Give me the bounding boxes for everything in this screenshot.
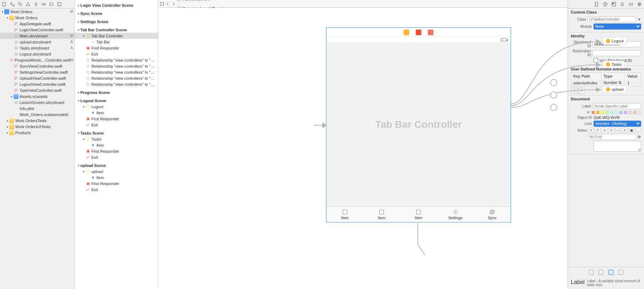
nav-root[interactable]: ▾Work OrdersM bbox=[0, 9, 74, 15]
nav-item[interactable]: ▸Products bbox=[0, 130, 74, 136]
nav-item[interactable]: 🕊TaskViewController.swift bbox=[0, 87, 74, 93]
nav-item[interactable]: 🕊AppDelegate.swift bbox=[0, 21, 74, 27]
source-control-icon[interactable] bbox=[10, 2, 15, 7]
related-items-icon[interactable] bbox=[160, 1, 165, 6]
nav-item[interactable]: ▸Work OrdersTests bbox=[0, 117, 74, 124]
outline-item[interactable]: ◌Relationship "view controllers" to "… bbox=[75, 63, 158, 69]
outline-item[interactable]: ▾Tasks Scene bbox=[75, 130, 158, 136]
outline-item[interactable]: ▣First Responder bbox=[75, 180, 158, 186]
nav-item[interactable]: 🕊ProgressWindo…Controller.swiftA bbox=[0, 57, 74, 63]
object-lib-icon[interactable] bbox=[608, 270, 613, 275]
outline-item[interactable]: ★Item bbox=[75, 174, 158, 180]
view-controller-icon[interactable] bbox=[404, 30, 409, 35]
font-picker-icon[interactable]: ⊕ bbox=[638, 135, 641, 140]
report-icon[interactable] bbox=[57, 2, 62, 7]
nav-item[interactable]: 🕊LogoutViewController.swift bbox=[0, 81, 74, 87]
notes-textarea[interactable] bbox=[594, 141, 641, 152]
tab-bar-item[interactable]: Settings bbox=[437, 207, 474, 222]
outline-item[interactable]: ◌Relationship "view controllers" to "… bbox=[75, 69, 158, 75]
align-justify-icon[interactable]: ≡ bbox=[608, 128, 614, 133]
stepper-icon[interactable]: ⇅ bbox=[618, 80, 622, 85]
connections-inspector-icon[interactable] bbox=[637, 2, 642, 7]
color-swatch[interactable] bbox=[610, 111, 613, 114]
tab-bar-item[interactable]: Item bbox=[400, 207, 437, 222]
warning-icon[interactable] bbox=[26, 2, 31, 7]
outline-item[interactable]: ◌Relationship "view controllers" to "… bbox=[75, 57, 158, 63]
outline-item[interactable]: ⮐Exit bbox=[75, 51, 158, 57]
code-snippet-lib-icon[interactable] bbox=[598, 270, 603, 275]
outline-item[interactable]: ▣First Responder bbox=[75, 116, 158, 122]
outline-item[interactable]: ▾Logout Scene bbox=[75, 98, 158, 104]
tab-bar-item[interactable]: Sync bbox=[474, 207, 511, 222]
nav-item[interactable]: ▤Logout.storyboard bbox=[0, 51, 74, 57]
outline-item[interactable]: ⮐Exit bbox=[75, 154, 158, 160]
exit-icon[interactable] bbox=[428, 30, 433, 35]
jump-bar[interactable]: Work Orders〉Work Orders〉Main.storyboard〉… bbox=[158, 0, 568, 8]
nav-item[interactable]: 🕊LoginViewController.swift bbox=[0, 27, 74, 33]
outline-item[interactable]: ▸Sync Scene bbox=[75, 10, 158, 16]
color-swatch[interactable] bbox=[605, 111, 609, 114]
nav-item[interactable]: ▤LaunchScreen.storyboard bbox=[0, 99, 74, 105]
nav-item[interactable]: 🕊SettingsViewController.swift bbox=[0, 69, 74, 75]
forward-icon[interactable] bbox=[171, 1, 176, 6]
color-swatch[interactable] bbox=[614, 111, 618, 114]
outline-item[interactable]: ★Item bbox=[75, 142, 158, 148]
search-icon[interactable] bbox=[18, 2, 23, 7]
outline-item[interactable]: ▸Settings Scene bbox=[75, 19, 158, 25]
outline-item[interactable]: ◌Relationship "view controllers" to "… bbox=[75, 81, 158, 87]
size-inspector-icon[interactable] bbox=[628, 2, 633, 7]
library-item-label[interactable]: Label Label - A variably sized amount of… bbox=[568, 277, 644, 289]
attributes-inspector-icon[interactable] bbox=[620, 2, 625, 7]
outline-item[interactable]: ▸Progress Scene bbox=[75, 89, 158, 95]
color-swatch[interactable] bbox=[624, 111, 627, 114]
outline-item[interactable]: ▾upload Scene bbox=[75, 162, 158, 168]
outline-item[interactable]: ▸Login View Controller Scene bbox=[75, 2, 158, 8]
tab-bar-item[interactable]: Item bbox=[363, 207, 400, 222]
module-select[interactable]: None bbox=[594, 23, 641, 30]
nav-item[interactable]: 🕊UploadViewController.swift bbox=[0, 75, 74, 81]
nav-item[interactable]: Work_Orders.xcdatamodeld bbox=[0, 111, 74, 117]
storyboard-canvas[interactable]: Tab Bar Controller ItemItemItemSettingsS… bbox=[158, 8, 568, 289]
identity-inspector-icon[interactable] bbox=[611, 2, 616, 7]
outline-item[interactable]: ▾◯upload bbox=[75, 168, 158, 174]
outline-item[interactable]: ▣First Responder bbox=[75, 45, 158, 51]
link-icon[interactable]: ↗ bbox=[622, 128, 628, 133]
hr-icon[interactable]: — bbox=[615, 128, 621, 133]
test-icon[interactable] bbox=[33, 2, 38, 7]
color-swatch[interactable] bbox=[633, 111, 637, 114]
nav-item[interactable]: ▸Assets.xcassets bbox=[0, 93, 74, 99]
outline-item[interactable]: ▾◯Logout bbox=[75, 104, 158, 110]
debug-icon[interactable] bbox=[41, 2, 46, 7]
segue-target-upload[interactable]: upload bbox=[603, 85, 627, 93]
outline-item[interactable]: ⮐Exit bbox=[75, 186, 158, 193]
color-swatch[interactable] bbox=[619, 111, 623, 114]
nav-item[interactable]: ▤upload.storyboardA bbox=[0, 39, 74, 45]
nav-item[interactable]: 🕊SyncViewController.swift bbox=[0, 63, 74, 69]
tab-bar-item[interactable]: Item bbox=[326, 207, 363, 222]
nav-item[interactable]: ▸Work OrdersUITests bbox=[0, 124, 74, 130]
first-responder-icon[interactable] bbox=[416, 30, 421, 35]
outline-item[interactable]: ⮐Exit bbox=[75, 122, 158, 128]
more-icon[interactable]: … bbox=[635, 128, 641, 133]
segue-target-tasks[interactable]: Tasks bbox=[603, 61, 625, 68]
back-icon[interactable] bbox=[165, 1, 170, 6]
color-swatch[interactable] bbox=[638, 111, 641, 114]
nav-item[interactable]: ▤Main.storyboardM bbox=[0, 33, 74, 39]
outline-item[interactable]: ▭Tab Bar bbox=[75, 39, 158, 45]
class-field[interactable] bbox=[587, 16, 636, 22]
tab-bar-controller-scene[interactable]: Tab Bar Controller ItemItemItemSettingsS… bbox=[326, 27, 511, 222]
outline-item[interactable]: ▾◯Tasks bbox=[75, 136, 158, 142]
file-navigator-icon[interactable] bbox=[2, 2, 7, 7]
file-inspector-icon[interactable] bbox=[594, 2, 599, 7]
outline-item[interactable]: ▾◯Tab Bar Controller bbox=[75, 33, 158, 39]
file-template-lib-icon[interactable] bbox=[589, 270, 594, 275]
outline-item[interactable]: ▾Tab Bar Controller Scene bbox=[75, 27, 158, 33]
segue-target-logout[interactable]: Logout bbox=[603, 37, 627, 45]
outline-item[interactable]: ◌Relationship "view controllers" to "… bbox=[75, 75, 158, 81]
outline-item[interactable]: ▣First Responder bbox=[75, 148, 158, 154]
color-swatch[interactable] bbox=[628, 111, 632, 114]
font-field[interactable] bbox=[587, 134, 636, 140]
breakpoint-icon[interactable] bbox=[49, 2, 54, 7]
nav-item[interactable]: ▤Tasks.storyboardA bbox=[0, 45, 74, 51]
help-inspector-icon[interactable]: ? bbox=[603, 2, 608, 7]
